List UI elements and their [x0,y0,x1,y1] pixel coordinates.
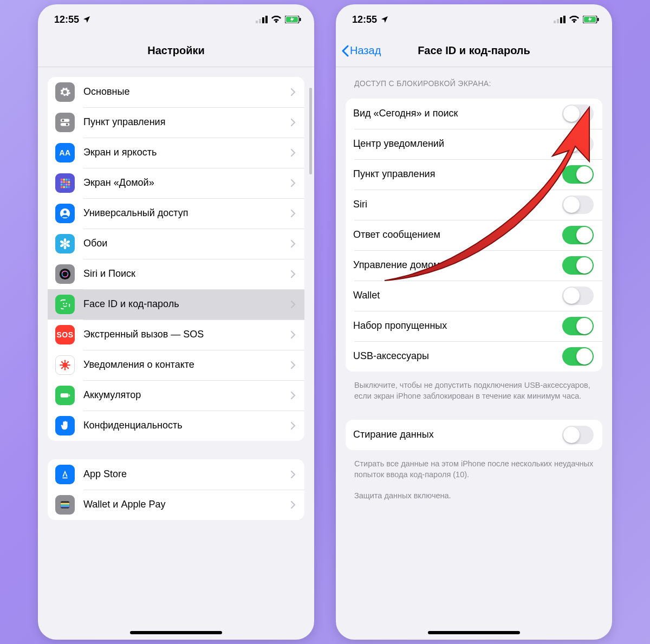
svg-point-56 [60,365,61,366]
page-title: Настройки [147,44,205,57]
row-home[interactable]: Экран «Домой» [48,168,304,198]
svg-point-40 [63,303,64,304]
svg-rect-65 [554,21,556,23]
row-siri[interactable]: Siri [346,190,602,220]
battery-icon [285,16,301,23]
row-reply[interactable]: Ответ сообщением [346,220,602,250]
svg-point-36 [60,269,70,279]
row-label: USB-аксессуары [353,350,562,362]
svg-rect-67 [560,17,562,23]
home-icon [55,173,75,193]
svg-point-28 [63,211,67,214]
toggle-reply[interactable] [562,226,594,244]
toggle-notif[interactable] [562,135,594,153]
svg-rect-1 [259,19,261,23]
settings-content: ОсновныеПункт управленияAAЭкран и яркост… [38,67,314,640]
accessibility-icon [55,204,75,223]
row-missed[interactable]: Набор пропущенных [346,311,602,341]
svg-rect-22 [68,184,70,186]
svg-rect-13 [66,179,68,181]
row-wallet[interactable]: Wallet и Apple Pay [48,490,304,520]
location-icon [82,15,91,24]
svg-point-52 [64,369,66,370]
toggle-usb[interactable] [562,347,594,366]
scrollbar[interactable] [309,88,312,174]
toggle-cc[interactable] [562,165,594,184]
erase-footer-2: Защита данных включена. [346,486,602,508]
svg-rect-63 [61,504,70,506]
row-siri[interactable]: Siri и Поиск [48,259,304,289]
row-label: Face ID и код-пароль [83,298,290,310]
row-label: Экстренный вызов — SOS [83,329,290,341]
toggle-home[interactable] [562,256,594,275]
chevron-right-icon [290,421,296,430]
battery-icon [55,386,75,405]
row-general[interactable]: Основные [48,77,304,107]
row-cc[interactable]: Пункт управления [346,159,602,190]
svg-rect-39 [61,300,70,309]
chevron-right-icon [290,300,296,309]
section-header-lockscreen: ДОСТУП С БЛОКИРОВКОЙ ЭКРАНА: [346,67,602,92]
svg-rect-17 [66,181,68,183]
toggle-today[interactable] [562,105,594,123]
svg-rect-20 [63,184,65,186]
chevron-right-icon [290,391,296,400]
svg-rect-59 [61,393,69,397]
row-home[interactable]: Управление домом [346,250,602,281]
toggle-missed[interactable] [562,317,594,335]
svg-point-8 [62,119,64,121]
home-indicator[interactable] [130,631,222,634]
row-today[interactable]: Вид «Сегодня» и поиск [346,99,602,129]
svg-point-41 [66,303,67,304]
chevron-right-icon [290,148,296,157]
faceid-content: ДОСТУП С БЛОКИРОВКОЙ ЭКРАНА: Вид «Сегодн… [336,67,612,640]
row-label: App Store [83,469,290,480]
status-time: 12:55 [352,14,377,25]
chevron-right-icon [290,179,296,187]
appstore-icon [55,465,75,484]
row-control-center[interactable]: Пункт управления [48,107,304,138]
row-label: Экран и яркость [83,147,290,159]
row-notif[interactable]: Центр уведомлений [346,129,602,159]
chevron-right-icon [290,361,296,369]
control-center-icon [55,113,75,132]
display-icon: AA [55,143,75,162]
row-appstore[interactable]: App Store [48,459,304,490]
row-label: Обои [83,238,290,250]
svg-rect-18 [68,181,70,183]
toggle-siri[interactable] [562,196,594,214]
toggle-erase-data[interactable] [562,426,594,444]
svg-point-30 [64,238,67,242]
row-faceid[interactable]: Face ID и код-пароль [48,289,304,320]
row-label: Siri [353,199,562,211]
row-usb[interactable]: USB-аксессуары [346,341,602,372]
row-label: Уведомления о контакте [83,359,290,371]
svg-rect-64 [61,506,70,508]
back-button[interactable]: Назад [341,44,381,57]
row-display[interactable]: AAЭкран и яркость [48,138,304,168]
row-wallet[interactable]: Wallet [346,281,602,311]
svg-rect-7 [61,119,70,122]
row-sos[interactable]: SOSЭкстренный вызов — SOS [48,320,304,350]
svg-rect-3 [265,16,268,23]
row-accessibility[interactable]: Универсальный доступ [48,198,304,229]
row-wallpaper[interactable]: Обои [48,229,304,259]
svg-point-10 [66,123,68,126]
faceid-icon [55,295,75,314]
row-privacy[interactable]: Конфиденциальность [48,411,304,441]
toggle-wallet[interactable] [562,287,594,305]
svg-rect-23 [61,186,63,188]
svg-rect-24 [63,186,65,188]
svg-rect-2 [262,17,264,23]
svg-rect-12 [63,179,65,181]
home-indicator[interactable] [428,631,520,634]
row-label: Конфиденциальность [83,420,290,432]
row-erase-data[interactable]: Стирание данных [346,420,602,450]
chevron-right-icon [290,270,296,278]
chevron-right-icon [290,470,296,479]
phone-faceid: 12:55 Назад Fac [336,4,612,640]
row-battery[interactable]: Аккумулятор [48,380,304,411]
row-exposure[interactable]: Уведомления о контакте [48,350,304,380]
row-label: Siri и Поиск [83,268,290,280]
svg-point-29 [63,242,67,245]
